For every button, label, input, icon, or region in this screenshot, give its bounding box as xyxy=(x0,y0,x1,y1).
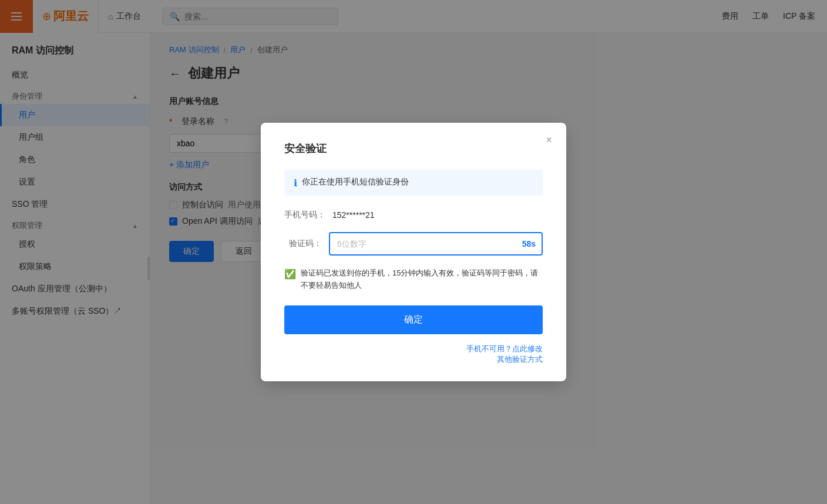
phone-not-available-link[interactable]: 手机不可用？点此修改 xyxy=(466,344,543,353)
modal-confirm-button[interactable]: 确定 xyxy=(284,305,543,334)
other-methods-link[interactable]: 其他验证方式 xyxy=(497,355,543,364)
code-input-wrapper: 58s xyxy=(329,232,543,256)
modal-close-button[interactable]: × xyxy=(546,135,552,145)
success-icon: ✅ xyxy=(284,268,296,280)
modal-info-text: 你正在使用手机短信验证身份 xyxy=(302,177,409,187)
verification-code-row: 验证码： 58s xyxy=(284,232,543,256)
success-message: ✅ 验证码已发送到你的手机，15分钟内输入有效，验证码等同于密码，请不要轻易告知… xyxy=(284,267,543,292)
success-text: 验证码已发送到你的手机，15分钟内输入有效，验证码等同于密码，请不要轻易告知他人 xyxy=(301,267,543,292)
phone-value: 152******21 xyxy=(332,210,375,220)
phone-number-row: 手机号码： 152******21 xyxy=(284,210,543,220)
code-label: 验证码： xyxy=(284,238,322,249)
code-timer: 58s xyxy=(522,239,536,248)
phone-label: 手机号码： xyxy=(284,210,325,220)
modal-overlay: 安全验证 × ℹ 你正在使用手机短信验证身份 手机号码： 152******21… xyxy=(0,0,827,504)
modal-footer-links: 手机不可用？点此修改 其他验证方式 xyxy=(284,344,543,365)
verification-code-input[interactable] xyxy=(329,232,543,256)
security-verification-modal: 安全验证 × ℹ 你正在使用手机短信验证身份 手机号码： 152******21… xyxy=(261,123,566,382)
info-icon: ℹ xyxy=(294,177,297,189)
modal-title: 安全验证 xyxy=(284,142,543,156)
modal-info-row: ℹ 你正在使用手机短信验证身份 xyxy=(284,170,543,196)
